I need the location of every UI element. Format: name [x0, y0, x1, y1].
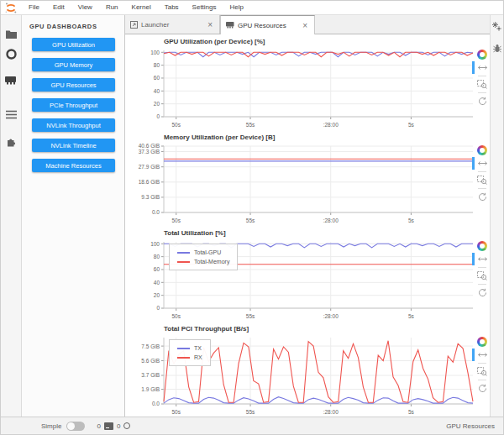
right-activity-bar — [490, 15, 503, 417]
dashboard-button-pcie-throughput[interactable]: PCIe Throughput — [32, 98, 115, 112]
box-zoom-tool-icon[interactable] — [476, 270, 488, 281]
menu-edit[interactable]: Edit — [46, 1, 71, 14]
bokeh-toolbar — [475, 48, 490, 129]
menu-kernel[interactable]: Kernel — [125, 1, 158, 14]
memory-utilization-plot[interactable]: 40.6 GiB37.3 GiB27.9 GiB18.6 GiB9.3 GiB0… — [130, 144, 475, 225]
bokeh-toolbar — [475, 335, 490, 417]
legend-swatch — [177, 357, 190, 359]
tab-launcher[interactable]: Launcher × — [125, 15, 220, 34]
svg-text:80: 80 — [154, 62, 160, 68]
tab-launcher-close-icon[interactable]: × — [206, 20, 214, 29]
reset-tool-icon[interactable] — [476, 191, 488, 202]
reset-tool-icon[interactable] — [476, 383, 488, 394]
bokeh-logo-icon[interactable] — [477, 337, 487, 347]
dashboard-button-machine-resources[interactable]: Machine Resources — [32, 159, 115, 172]
chart-gpu-utilization: GPU Utilization (per Device) [%] 1008060… — [125, 38, 490, 133]
menu-help[interactable]: Help — [223, 1, 250, 14]
gpu-tab-icon — [226, 22, 234, 29]
bokeh-logo-icon[interactable] — [477, 50, 487, 60]
menu-tabs[interactable]: Tabs — [158, 1, 186, 14]
reset-tool-icon[interactable] — [476, 96, 488, 107]
box-zoom-tool-icon[interactable] — [476, 79, 488, 90]
svg-text:37.3 GiB: 37.3 GiB — [139, 149, 160, 155]
running-sessions-icon[interactable] — [1, 44, 22, 64]
reset-tool-icon[interactable] — [476, 287, 488, 298]
svg-text:20: 20 — [154, 101, 160, 107]
launcher-icon — [130, 21, 138, 29]
svg-text::28:00: :28:00 — [323, 409, 339, 415]
bokeh-logo-icon[interactable] — [477, 145, 487, 155]
svg-text::28:00: :28:00 — [323, 122, 339, 128]
extension-manager-icon[interactable] — [1, 131, 22, 151]
kernel-count: 0 — [117, 422, 120, 430]
jupyterlab-window: File Edit View Run Kernel Tabs Settings … — [0, 0, 504, 435]
simple-mode-label: Simple — [41, 422, 61, 430]
dashboard-button-gpu-resources[interactable]: GPU Resources — [32, 78, 115, 92]
svg-text:60: 60 — [154, 266, 160, 272]
dashboard-button-nvlink-timeline[interactable]: NVLink Timeline — [32, 139, 115, 152]
panel-title: GPU DASHBOARDS — [22, 15, 124, 38]
svg-text:0.0: 0.0 — [152, 401, 160, 406]
property-inspector-icon[interactable] — [492, 22, 501, 44]
menu-settings[interactable]: Settings — [186, 1, 223, 14]
svg-text:5s: 5s — [408, 409, 415, 415]
chart-legend: TXRX — [169, 339, 211, 366]
svg-text:55s: 55s — [246, 409, 255, 415]
dock-tab-bar: Launcher × GPU Resources × — [125, 15, 490, 34]
menu-file[interactable]: File — [22, 1, 46, 14]
gpu-resources-dashboard: GPU Utilization (per Device) [%] 1008060… — [125, 34, 490, 417]
svg-text:1.9 GiB: 1.9 GiB — [141, 386, 160, 392]
box-zoom-tool-icon[interactable] — [476, 366, 488, 377]
gpu-utilization-plot[interactable]: 10080604020050s55s:28:005s — [130, 48, 475, 129]
box-zoom-tool-icon[interactable] — [476, 175, 488, 186]
bokeh-toolbar — [475, 239, 490, 321]
menu-bar: File Edit View Run Kernel Tabs Settings … — [1, 1, 503, 15]
legend-swatch — [177, 252, 190, 254]
table-of-contents-icon[interactable] — [1, 104, 22, 124]
simple-mode-toggle[interactable] — [66, 422, 85, 431]
terminal-icon[interactable] — [104, 422, 113, 430]
chart-legend: Total-GPUTotal-Memory — [169, 244, 238, 270]
legend-swatch — [177, 348, 190, 349]
gpu-dashboards-icon[interactable] — [1, 71, 22, 91]
tab-gpu-resources-close-icon[interactable]: × — [301, 21, 309, 30]
svg-text:5s: 5s — [408, 313, 415, 319]
svg-text:50s: 50s — [171, 218, 181, 223]
chart-memory-utilization: Memory Utilization (per Device) [B] 40.6… — [125, 134, 490, 228]
dashboard-button-gpu-memory[interactable]: GPU Memory — [32, 58, 115, 71]
svg-text:50s: 50s — [171, 122, 181, 128]
chart-title: Memory Utilization (per Device) [B] — [164, 134, 490, 144]
svg-text:3.7 GiB: 3.7 GiB — [141, 372, 160, 378]
tab-gpu-resources-label: GPU Resources — [238, 22, 301, 29]
svg-text::28:00: :28:00 — [323, 218, 339, 223]
chart-title: Total Utilization [%] — [164, 229, 490, 239]
pan-tool-icon[interactable] — [476, 349, 488, 360]
dashboard-button-gpu-utilization[interactable]: GPU Utilization — [32, 38, 115, 51]
chart-title: GPU Utilization (per Device) [%] — [164, 38, 490, 48]
kernel-status-icon[interactable] — [123, 422, 130, 429]
svg-text::28:00: :28:00 — [323, 313, 339, 319]
pan-tool-icon[interactable] — [476, 254, 488, 265]
debugger-icon[interactable] — [493, 44, 501, 66]
chart-total-pci-throughput: Total PCI Throughput [B/s] 7.5 GiB5.6 Gi… — [125, 325, 490, 417]
file-browser-icon[interactable] — [1, 24, 22, 44]
menu-view[interactable]: View — [71, 1, 99, 14]
dashboard-button-nvlink-throughput[interactable]: NVLink Throughput — [32, 118, 115, 132]
svg-text:18.6 GiB: 18.6 GiB — [139, 179, 160, 185]
svg-text:100: 100 — [150, 50, 160, 55]
svg-text:27.9 GiB: 27.9 GiB — [139, 164, 160, 170]
status-bar: Simple 0 0 GPU Resources — [1, 417, 503, 434]
svg-text:80: 80 — [154, 254, 160, 259]
pan-tool-icon[interactable] — [476, 158, 488, 169]
svg-text:5s: 5s — [408, 122, 415, 128]
terminal-count: 0 — [97, 422, 100, 430]
tab-gpu-resources[interactable]: GPU Resources × — [220, 15, 315, 34]
svg-text:55s: 55s — [246, 218, 255, 223]
svg-text:0: 0 — [156, 113, 160, 119]
pan-tool-icon[interactable] — [476, 62, 488, 73]
menu-run[interactable]: Run — [99, 1, 125, 14]
bokeh-logo-icon[interactable] — [477, 241, 487, 251]
svg-text:5.6 GiB: 5.6 GiB — [141, 358, 160, 364]
left-activity-bar — [1, 15, 22, 417]
svg-text:0: 0 — [156, 305, 160, 311]
